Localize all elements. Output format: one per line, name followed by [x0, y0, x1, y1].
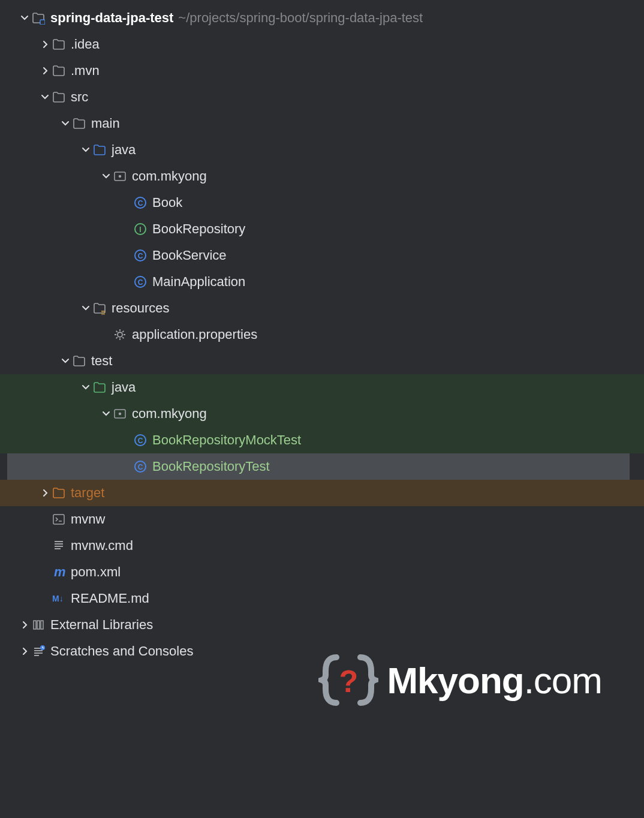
chevron-down-icon[interactable]	[59, 354, 72, 368]
tree-item-label: pom.xml	[71, 564, 121, 580]
tree-item-label: README.md	[71, 591, 149, 606]
text-file-icon	[52, 539, 66, 553]
test-folder-icon	[92, 380, 107, 395]
tree-item-label: Book	[152, 195, 182, 210]
class-icon	[133, 275, 148, 289]
folder-icon	[72, 116, 86, 131]
chevron-down-icon[interactable]	[38, 91, 52, 104]
tree-row-src[interactable]: src	[7, 84, 637, 110]
tree-row-book[interactable]: Book	[7, 190, 637, 216]
folder-icon	[52, 37, 66, 52]
tree-item-label: .idea	[71, 37, 100, 52]
project-path: ~/projects/spring-boot/spring-data-jpa-t…	[178, 10, 423, 26]
folder-icon	[52, 64, 66, 78]
folder-icon	[72, 354, 86, 368]
tree-row-resources[interactable]: resources	[7, 295, 637, 321]
tree-row-book-service[interactable]: BookService	[7, 242, 637, 269]
tree-row-mvnw-cmd[interactable]: mvnw.cmd	[7, 533, 637, 559]
tree-row-mvnw[interactable]: mvnw	[7, 506, 637, 533]
tree-item-label: src	[71, 89, 88, 105]
chevron-down-icon[interactable]	[79, 302, 92, 315]
module-folder-icon	[31, 11, 46, 25]
chevron-right-icon[interactable]	[38, 64, 52, 77]
chevron-down-icon[interactable]	[100, 170, 113, 183]
tree-row-package-test[interactable]: com.mkyong	[0, 401, 644, 427]
tree-item-label: mvnw	[71, 512, 105, 527]
tree-item-label: com.mkyong	[132, 406, 207, 422]
tree-item-label: java	[112, 380, 136, 395]
tree-row-app-properties[interactable]: application.properties	[7, 321, 637, 348]
tree-item-label: Scratches and Consoles	[50, 643, 193, 659]
chevron-down-icon[interactable]	[59, 117, 72, 130]
markdown-icon	[52, 591, 66, 606]
chevron-right-icon[interactable]	[18, 618, 31, 631]
tree-item-label: test	[91, 353, 112, 369]
source-folder-icon	[92, 143, 107, 157]
chevron-down-icon[interactable]	[79, 143, 92, 157]
chevron-down-icon[interactable]	[18, 11, 31, 25]
chevron-right-icon[interactable]	[38, 38, 52, 51]
svg-text:?: ?	[339, 664, 358, 699]
tree-item-label: MainApplication	[152, 274, 245, 290]
class-icon	[133, 196, 148, 210]
tree-row-pom[interactable]: pom.xml	[7, 559, 637, 585]
tree-row-java-main[interactable]: java	[7, 137, 637, 163]
library-icon	[31, 618, 46, 632]
tree-row-mvn[interactable]: .mvn	[7, 58, 637, 84]
tree-item-label: .mvn	[71, 63, 100, 79]
terminal-icon	[52, 512, 66, 527]
tree-item-label: BookRepository	[152, 221, 245, 237]
tree-row-repo-test[interactable]: BookRepositoryTest	[7, 453, 630, 480]
gear-icon	[113, 327, 127, 342]
tree-row-main-application[interactable]: MainApplication	[7, 269, 637, 295]
tree-row-project-root[interactable]: spring-data-jpa-test ~/projects/spring-b…	[7, 5, 637, 31]
package-icon	[113, 169, 127, 184]
tree-row-package-main[interactable]: com.mkyong	[7, 163, 637, 190]
tree-row-test[interactable]: test	[7, 348, 637, 374]
tree-item-label: External Libraries	[50, 617, 153, 633]
tree-row-java-test[interactable]: java	[0, 374, 644, 401]
class-icon	[133, 459, 148, 474]
tree-item-label: BookService	[152, 248, 227, 263]
tree-item-label: BookRepositoryTest	[152, 459, 270, 474]
tree-item-label: target	[71, 485, 104, 501]
tree-item-label: java	[112, 142, 136, 158]
chevron-right-icon[interactable]	[38, 486, 52, 500]
chevron-right-icon[interactable]	[18, 645, 31, 658]
chevron-down-icon[interactable]	[100, 407, 113, 420]
resources-folder-icon	[92, 301, 107, 315]
tree-row-mock-test[interactable]: BookRepositoryMockTest	[0, 427, 644, 453]
tree-item-label: BookRepositoryMockTest	[152, 432, 301, 448]
project-tree: spring-data-jpa-test ~/projects/spring-b…	[0, 0, 644, 664]
watermark-name: Mkyong	[387, 660, 523, 701]
tree-row-main[interactable]: main	[7, 110, 637, 137]
excluded-folder-icon	[52, 486, 66, 500]
tree-item-label: application.properties	[132, 327, 257, 342]
tree-row-external-libraries[interactable]: External Libraries	[7, 612, 637, 638]
tree-row-book-repository[interactable]: BookRepository	[7, 216, 637, 242]
tree-row-readme[interactable]: README.md	[7, 585, 637, 612]
scratch-icon	[31, 644, 46, 658]
class-icon	[133, 433, 148, 447]
chevron-down-icon[interactable]	[79, 381, 92, 394]
tree-row-scratches[interactable]: Scratches and Consoles	[7, 638, 637, 664]
watermark-suffix: .com	[524, 660, 602, 701]
tree-item-label: com.mkyong	[132, 169, 207, 184]
project-name: spring-data-jpa-test	[50, 10, 173, 26]
tree-item-label: resources	[112, 300, 170, 316]
maven-icon	[52, 565, 66, 579]
tree-row-target[interactable]: target	[0, 480, 644, 506]
tree-row-idea[interactable]: .idea	[7, 31, 637, 58]
package-icon	[113, 407, 127, 421]
tree-item-label: mvnw.cmd	[71, 538, 133, 554]
folder-icon	[52, 90, 66, 104]
interface-icon	[133, 222, 148, 236]
class-icon	[133, 248, 148, 263]
tree-item-label: main	[91, 116, 120, 131]
